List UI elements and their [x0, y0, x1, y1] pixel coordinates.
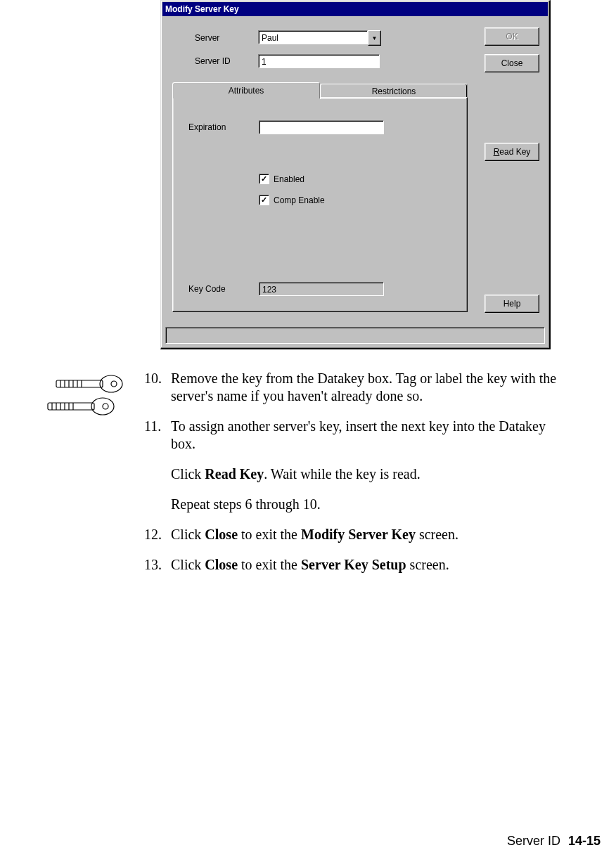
enabled-row: ✓ Enabled [259, 174, 304, 184]
step-number: 12. [144, 526, 171, 543]
dialog-button-column: OK Close [485, 27, 539, 72]
dialog-screenshot: Modify Server Key OK Close Read Key [160, 0, 551, 349]
svg-point-1 [103, 404, 108, 409]
dialog-body: OK Close Read Key Help [161, 18, 549, 348]
server-combobox[interactable]: Paul ▼ [258, 30, 381, 46]
instruction-step: 11.To assign another server's key, inser… [144, 418, 559, 513]
step-paragraph: To assign another server's key, insert t… [171, 418, 559, 453]
instructions-block: 10.Remove the key from the Datakey box. … [144, 370, 559, 586]
document-page: Modify Server Key OK Close Read Key [0, 0, 616, 857]
instruction-step: 13.Click Close to exit the Server Key Se… [144, 556, 559, 574]
tab-attributes[interactable]: Attributes [172, 82, 320, 98]
step-body: To assign another server's key, insert t… [171, 418, 559, 513]
key-code-row: Key Code 123 [188, 282, 384, 296]
modify-server-key-dialog: Modify Server Key OK Close Read Key [160, 0, 551, 349]
instruction-step: 10.Remove the key from the Datakey box. … [144, 370, 559, 405]
comp-enable-checkbox[interactable]: ✓ Comp Enable [259, 195, 325, 205]
ok-button-label: OK [506, 32, 518, 41]
help-button[interactable]: Help [485, 295, 539, 313]
step-number: 13. [144, 556, 171, 574]
step-body: Remove the key from the Datakey box. Tag… [171, 370, 559, 405]
comp-enable-checkbox-box: ✓ [259, 195, 269, 205]
comp-enable-checkbox-label: Comp Enable [274, 195, 325, 205]
tab-strip: Attributes Restrictions [172, 82, 468, 98]
read-key-button[interactable]: Read Key [485, 143, 539, 161]
expiration-label: Expiration [188, 122, 259, 132]
attributes-panel: Attributes Restrictions Expiration [172, 82, 468, 314]
server-dropdown-button[interactable]: ▼ [368, 30, 381, 46]
tab-attributes-label: Attributes [229, 86, 264, 96]
step-paragraph: Click Close to exit the Modify Server Ke… [171, 526, 559, 543]
svg-rect-11 [56, 380, 103, 387]
chevron-down-icon: ▼ [372, 35, 378, 41]
step-number: 11. [144, 418, 171, 513]
tab-page-attributes: Expiration ✓ Enabled [172, 97, 468, 312]
dialog-title: Modify Server Key [165, 4, 239, 14]
step-paragraph: Click Read Key. Wait while the key is re… [171, 465, 559, 483]
step-paragraph: Click Close to exit the Server Key Setup… [171, 556, 559, 574]
svg-rect-2 [48, 403, 94, 410]
dialog-titlebar: Modify Server Key [162, 2, 548, 16]
enabled-checkbox-label: Enabled [274, 174, 304, 184]
key-code-label: Key Code [188, 284, 259, 294]
comp-enable-row: ✓ Comp Enable [259, 195, 325, 205]
enabled-checkbox[interactable]: ✓ Enabled [259, 174, 304, 184]
expiration-row: Expiration [188, 120, 384, 134]
close-button[interactable]: Close [485, 54, 539, 72]
read-key-button-wrap: Read Key [485, 143, 539, 161]
step-body: Click Close to exit the Server Key Setup… [171, 556, 559, 574]
check-icon: ✓ [261, 175, 267, 183]
footer-page-number: 14-15 [568, 834, 601, 848]
check-icon: ✓ [261, 196, 267, 204]
page-footer: Server ID 14-15 [507, 834, 601, 849]
help-button-wrap: Help [485, 295, 539, 313]
instruction-step: 12.Click Close to exit the Modify Server… [144, 526, 559, 543]
svg-point-10 [111, 381, 117, 387]
step-body: Click Close to exit the Modify Server Ke… [171, 526, 559, 543]
status-bar [165, 327, 545, 344]
enabled-checkbox-box: ✓ [259, 174, 269, 184]
step-paragraph: Remove the key from the Datakey box. Tag… [171, 370, 559, 405]
server-id-label: Server ID [195, 56, 258, 66]
server-id-row: Server ID 1 [195, 54, 380, 68]
help-button-label: Help [503, 299, 521, 309]
key-code-field: 123 [259, 282, 384, 296]
server-id-field[interactable]: 1 [258, 54, 380, 68]
step-paragraph: Repeat steps 6 through 10. [171, 496, 559, 513]
footer-section: Server ID [507, 834, 560, 848]
read-key-button-label: Read Key [494, 147, 531, 157]
close-button-label: Close [501, 58, 523, 68]
ok-button[interactable]: OK [485, 27, 539, 46]
server-label: Server [195, 33, 258, 43]
tab-restrictions-label: Restrictions [372, 86, 416, 96]
step-number: 10. [144, 370, 171, 405]
instructions-list: 10.Remove the key from the Datakey box. … [144, 370, 559, 574]
keys-icon [44, 373, 128, 429]
server-field[interactable]: Paul [258, 30, 368, 44]
server-row: Server Paul ▼ [195, 30, 381, 46]
expiration-field[interactable] [259, 120, 384, 134]
